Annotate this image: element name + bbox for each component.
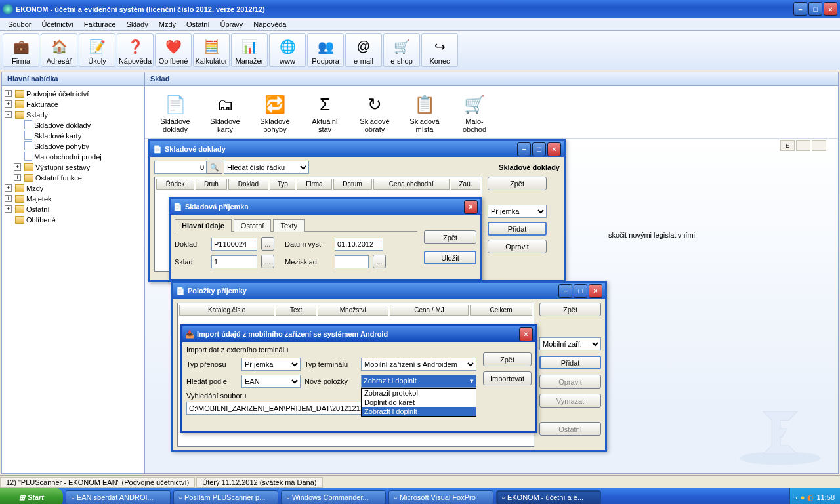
col-header[interactable]: Doklad	[228, 178, 269, 190]
delete-button[interactable]: Vymazat	[539, 394, 601, 408]
tree-item[interactable]: +Mzdy	[5, 183, 142, 194]
typ-prenosu-combo[interactable]: Příjemka	[242, 358, 301, 371]
doklad-input[interactable]	[211, 238, 257, 251]
expand-icon[interactable]: +	[5, 90, 12, 97]
col-header[interactable]: Text	[276, 304, 316, 316]
mezisklad-browse[interactable]: ...	[373, 255, 386, 268]
col-header[interactable]: Cena obchodní	[373, 178, 450, 190]
save-button[interactable]: Uložit	[424, 251, 476, 264]
tree-item[interactable]: Oblíbené	[5, 215, 142, 225]
col-header[interactable]: Katalog.číslo	[179, 304, 274, 316]
col-header[interactable]: Typ	[270, 178, 295, 190]
nove-polozky-dropdown[interactable]: Zobrazit protokol Doplnit do karet Zobra…	[361, 388, 476, 417]
import-button[interactable]: Importovat	[483, 371, 532, 385]
toolbar-úkoly[interactable]: 📝Úkoly	[79, 33, 116, 67]
toolbar-kalkulátor[interactable]: 🧮Kalkulátor	[193, 33, 230, 67]
sklad-input[interactable]	[211, 255, 257, 268]
back-button[interactable]: Zpět	[488, 177, 547, 190]
dropdown-option[interactable]: Doplnit do karet	[362, 398, 476, 407]
tray-icon[interactable]: ‹	[795, 494, 798, 501]
menu-úpravy[interactable]: Úpravy	[215, 19, 248, 30]
back-button[interactable]: Zpět	[539, 303, 601, 316]
tab-ostatni[interactable]: Ostatní	[234, 219, 271, 232]
taskbar-task[interactable]: ▫Windows Commander...	[281, 490, 386, 504]
minimize-button[interactable]: –	[793, 2, 807, 16]
expand-icon[interactable]: +	[5, 205, 12, 213]
toolbar-e-shop[interactable]: 🛒e-shop	[383, 33, 420, 67]
mezisklad-input[interactable]	[335, 255, 369, 268]
back-button[interactable]: Zpět	[483, 352, 532, 366]
taskbar-task[interactable]: ▫EKONOM - účetní a e...	[496, 490, 601, 504]
type-combo[interactable]: Příjemka	[488, 205, 547, 218]
terminal-combo[interactable]: Mobilní zařízení s Androidem	[361, 358, 476, 371]
sklad-karty[interactable]: 🗂Skladovékarty	[205, 91, 245, 133]
minimize-button[interactable]: –	[558, 284, 572, 298]
tree-item[interactable]: +Ostatní	[5, 204, 142, 215]
col-header[interactable]: Množství	[318, 304, 388, 316]
toolbar-www[interactable]: 🌐www	[269, 33, 306, 67]
tree-item[interactable]: Skladové karty	[14, 131, 142, 141]
close-button[interactable]: ×	[547, 142, 561, 156]
doklad-browse[interactable]: ...	[261, 237, 274, 251]
tree-item[interactable]: +Podvojné účetnictví	[5, 89, 142, 99]
search-combo[interactable]: Hledat číslo řádku	[224, 161, 309, 174]
back-button[interactable]: Zpět	[424, 230, 476, 244]
expand-icon[interactable]: +	[5, 184, 12, 192]
menu-účetnictví[interactable]: Účetnictví	[36, 19, 78, 30]
tree-item[interactable]: +Fakturace	[5, 99, 142, 110]
row-number-input[interactable]	[154, 161, 207, 174]
expand-icon[interactable]: +	[14, 163, 21, 171]
mobile-combo[interactable]: Mobilní zaří.	[539, 337, 601, 350]
tree-item[interactable]: +Ostatní funkce	[14, 173, 142, 183]
tree-item[interactable]: +Majetek	[5, 194, 142, 204]
sklad-obchod[interactable]: 🛒Malo-obchod	[455, 91, 494, 133]
toolbar-nápověda[interactable]: ❓Nápověda	[117, 33, 154, 67]
toolbar-firma[interactable]: 💼Firma	[3, 33, 39, 67]
close-button[interactable]: ×	[464, 200, 478, 214]
dropdown-option[interactable]: Zobrazit protokol	[362, 388, 476, 398]
toolbar-podpora[interactable]: 👥Podpora	[307, 33, 344, 67]
search-icon[interactable]: 🔍	[207, 161, 222, 174]
toolbar-konec[interactable]: ↪Konec	[421, 33, 458, 67]
toolbar-oblíbené[interactable]: ❤️Oblíbené	[155, 33, 192, 67]
datum-input[interactable]	[335, 238, 383, 251]
toolbar-e-mail[interactable]: @e-mail	[345, 33, 382, 67]
tab-hlavni[interactable]: Hlavní údaje	[175, 219, 232, 232]
taskbar-task[interactable]: ▫Microsoft Visual FoxPro	[388, 490, 494, 504]
col-header[interactable]: Celkem	[470, 304, 532, 316]
menu-mzdy[interactable]: Mzdy	[154, 19, 181, 30]
col-header[interactable]: Řádek	[156, 178, 194, 190]
sklad-pohyby[interactable]: 🔁Skladovépohyby	[255, 91, 295, 133]
tree-item[interactable]: -Sklady	[5, 110, 142, 120]
close-button[interactable]: ×	[589, 284, 602, 298]
col-header[interactable]: Firma	[297, 178, 331, 190]
maximize-button[interactable]: □	[808, 2, 822, 16]
toolbar-manažer[interactable]: 📊Manažer	[231, 33, 268, 67]
menu-nápověda[interactable]: Nápověda	[248, 19, 291, 30]
maximize-button[interactable]: □	[532, 142, 546, 156]
start-button[interactable]: ⊞Start	[0, 488, 63, 504]
edit-button[interactable]: Opravit	[539, 375, 601, 388]
col-header[interactable]: Druh	[196, 178, 226, 190]
menu-fakturace[interactable]: Fakturace	[79, 19, 121, 30]
tray-icon[interactable]: ●	[801, 494, 805, 501]
close-button[interactable]: ×	[824, 2, 837, 16]
taskbar-task[interactable]: ▫EAN sberdat ANDROI...	[66, 490, 171, 504]
menu-sklady[interactable]: Sklady	[121, 19, 154, 30]
tree-item[interactable]: Skladové pohyby	[14, 141, 142, 152]
minimize-button[interactable]: –	[517, 142, 531, 156]
taskbar-task[interactable]: ▫Posílám PLUScanner p...	[173, 490, 278, 504]
maximize-button[interactable]: □	[574, 284, 587, 298]
col-header[interactable]: Cena / MJ	[390, 304, 469, 316]
sklad-obraty[interactable]: ↻Skladovéobraty	[355, 91, 394, 133]
add-button[interactable]: Přidat	[539, 356, 601, 369]
expand-icon[interactable]: -	[5, 111, 12, 118]
expand-icon[interactable]: +	[5, 195, 12, 202]
sklad-doklady[interactable]: 📄Skladovédoklady	[156, 91, 195, 133]
system-tray[interactable]: ‹ ● ◐ 11:58	[789, 488, 840, 504]
sklad-místa[interactable]: 📋Skladovámísta	[405, 91, 444, 133]
tab-texty[interactable]: Texty	[273, 219, 304, 232]
expand-icon[interactable]: +	[14, 174, 21, 181]
hledat-combo[interactable]: EAN	[242, 375, 301, 388]
tree-item[interactable]: Skladové doklady	[14, 120, 142, 131]
